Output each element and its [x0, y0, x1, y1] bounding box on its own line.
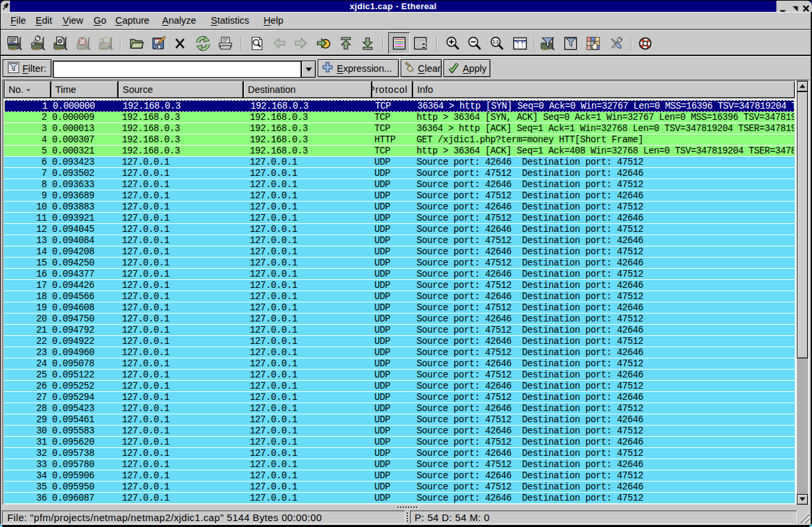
svg-text:1:1: 1:1 [492, 40, 499, 44]
